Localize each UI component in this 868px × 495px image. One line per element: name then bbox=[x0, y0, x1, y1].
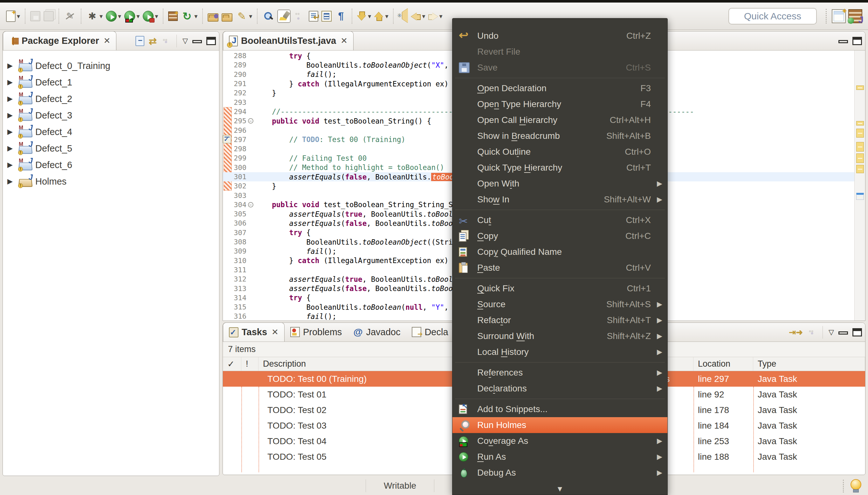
occurrence-marker[interactable] bbox=[856, 193, 864, 200]
expand-arrow-icon[interactable]: ▶ bbox=[7, 111, 16, 119]
view-menu-icon[interactable]: ▽ bbox=[829, 328, 834, 337]
close-icon[interactable]: ✕ bbox=[103, 36, 110, 46]
expand-arrow-icon[interactable]: ▶ bbox=[7, 128, 16, 136]
column-completed[interactable]: ✓ bbox=[223, 357, 241, 371]
menu-item-coverage-as[interactable]: Coverage As▶ bbox=[452, 433, 667, 449]
filter-icon[interactable]: ⇥➜ bbox=[789, 328, 803, 337]
expand-arrow-icon[interactable]: ▶ bbox=[7, 161, 16, 169]
search-icon[interactable] bbox=[261, 8, 276, 24]
new-wizard-icon[interactable]: ▾ bbox=[4, 8, 22, 24]
dropdown-arrow-icon[interactable]: ▾ bbox=[118, 12, 121, 20]
menu-item-source[interactable]: SourceShift+Alt+S▶ bbox=[452, 296, 667, 312]
tree-item-Holmes[interactable]: ▶J!Holmes bbox=[3, 173, 219, 190]
menu-item-show-in-breadcrumb[interactable]: Show in BreadcrumbShift+Alt+B bbox=[452, 128, 667, 144]
minimize-icon[interactable] bbox=[838, 40, 848, 43]
next-edit-icon[interactable] bbox=[307, 9, 320, 23]
close-icon[interactable]: ✕ bbox=[271, 327, 279, 337]
menu-item-refactor[interactable]: RefactorShift+Alt+T▶ bbox=[452, 312, 667, 328]
menu-item-surround-with[interactable]: Surround WithShift+Alt+Z▶ bbox=[452, 328, 667, 344]
expand-arrow-icon[interactable]: ▶ bbox=[7, 177, 16, 186]
menu-item-save[interactable]: SaveCtrl+S bbox=[452, 60, 667, 75]
view-menu-icon[interactable]: ▽ bbox=[183, 37, 188, 45]
back-icon[interactable]: ▾ bbox=[410, 9, 427, 23]
quick-access-input[interactable]: Quick Access bbox=[729, 8, 817, 24]
column-location[interactable]: Location bbox=[694, 357, 753, 371]
dropdown-arrow-icon[interactable]: ▾ bbox=[368, 12, 371, 20]
dropdown-arrow-icon[interactable]: ▾ bbox=[155, 12, 158, 20]
column-type[interactable]: Type bbox=[753, 357, 865, 371]
last-edit-location-icon[interactable] bbox=[397, 9, 410, 23]
tab-javadoc[interactable]: @Javadoc bbox=[348, 323, 406, 342]
java-perspective-icon[interactable] bbox=[848, 9, 862, 23]
menu-item-run-as[interactable]: Run As▶ bbox=[452, 449, 667, 465]
show-whitespace-icon[interactable]: ¶ bbox=[333, 8, 349, 24]
expand-arrow-icon[interactable]: ▶ bbox=[7, 144, 16, 153]
prev-annotation-icon[interactable]: ▾ bbox=[373, 9, 390, 23]
task-ruler-marker[interactable] bbox=[856, 121, 864, 125]
menu-item-paste[interactable]: PasteCtrl+V bbox=[452, 260, 667, 276]
save-all-icon[interactable] bbox=[42, 9, 55, 23]
dropdown-arrow-icon[interactable]: ▾ bbox=[194, 12, 198, 20]
menu-item-references[interactable]: References▶ bbox=[452, 365, 667, 381]
task-ruler-marker[interactable] bbox=[856, 129, 864, 138]
open-resource-icon[interactable] bbox=[220, 9, 234, 23]
tab-editor-file[interactable]: BooleanUtilsTest.java ✕ bbox=[223, 31, 353, 50]
menu-item-open-with[interactable]: Open With▶ bbox=[452, 176, 667, 192]
task-ruler-marker[interactable] bbox=[856, 153, 864, 163]
tree-item-Defect_6[interactable]: ▶MJ!Defect_6 bbox=[3, 157, 219, 173]
search-pencil-icon[interactable]: ✎▾ bbox=[234, 8, 254, 24]
task-ruler-marker[interactable] bbox=[856, 85, 864, 90]
menu-item-open-call-hierarchy[interactable]: Open Call HierarchyCtrl+Alt+H bbox=[452, 112, 667, 128]
menu-item-copy[interactable]: CopyCtrl+C bbox=[452, 228, 667, 244]
open-type-icon[interactable] bbox=[206, 9, 220, 23]
menu-item-show-in[interactable]: Show InShift+Alt+W▶ bbox=[452, 192, 667, 207]
tab-package-explorer[interactable]: Package Explorer ✕ bbox=[3, 31, 116, 50]
run-icon[interactable]: ▾ bbox=[104, 9, 123, 23]
focus-icon[interactable] bbox=[807, 328, 817, 337]
overview-ruler[interactable] bbox=[854, 51, 865, 321]
annotation-prefs-icon[interactable] bbox=[292, 8, 307, 24]
menu-item-local-history[interactable]: Local History▶ bbox=[452, 344, 667, 360]
task-marker-icon[interactable] bbox=[223, 135, 231, 143]
minimize-icon[interactable] bbox=[838, 331, 848, 335]
menu-scroll-down-icon[interactable]: ▼ bbox=[452, 484, 667, 493]
coverage-icon[interactable]: ▾ bbox=[123, 9, 141, 23]
dropdown-arrow-icon[interactable]: ▾ bbox=[136, 12, 139, 20]
menu-item-quick-type-hierarchy[interactable]: Quick Type HierarchyCtrl+T bbox=[452, 160, 667, 176]
pen-slash-icon[interactable]: ✎ bbox=[62, 8, 78, 24]
next-annotation-icon[interactable]: ▾ bbox=[355, 9, 373, 23]
expand-arrow-icon[interactable]: ▶ bbox=[7, 95, 16, 103]
expand-arrow-icon[interactable]: ▶ bbox=[7, 62, 16, 70]
tab-problems[interactable]: Problems bbox=[285, 323, 348, 342]
dropdown-arrow-icon[interactable]: ▾ bbox=[100, 12, 103, 20]
task-list-icon[interactable] bbox=[320, 9, 333, 23]
maximize-icon[interactable] bbox=[852, 37, 862, 45]
menu-item-declarations[interactable]: Declarations▶ bbox=[452, 381, 667, 396]
menu-item-add-to-snippets[interactable]: Add to Snippets... bbox=[452, 401, 667, 417]
menu-item-debug-as[interactable]: Debug As▶ bbox=[452, 465, 667, 481]
new-java-project-icon[interactable] bbox=[167, 10, 179, 23]
tree-item-Defect_0_Training[interactable]: ▶MJ!Defect_0_Training bbox=[3, 57, 219, 74]
fold-collapse-icon[interactable]: − bbox=[248, 118, 253, 124]
menu-item-quick-fix[interactable]: Quick FixCtrl+1 bbox=[452, 280, 667, 296]
expand-arrow-icon[interactable]: ▶ bbox=[7, 78, 16, 86]
run-external-icon[interactable]: ▾ bbox=[141, 9, 160, 23]
tree-item-Defect_2[interactable]: ▶MJ!Defect_2 bbox=[3, 90, 219, 107]
menu-item-run-holmes[interactable]: Run Holmes bbox=[452, 417, 667, 433]
collapse-all-icon[interactable] bbox=[135, 36, 144, 46]
dropdown-arrow-icon[interactable]: ▾ bbox=[17, 12, 20, 20]
tree-item-Defect_3[interactable]: ▶MJ!Defect_3 bbox=[3, 107, 219, 124]
tree-item-Defect_1[interactable]: ▶MJ!Defect_1 bbox=[3, 74, 219, 90]
tab-tasks[interactable]: Tasks✕ bbox=[223, 323, 285, 342]
menu-item-revert-file[interactable]: Revert File bbox=[452, 44, 667, 60]
menu-item-quick-outline[interactable]: Quick OutlineCtrl+O bbox=[452, 144, 667, 160]
tree-item-Defect_4[interactable]: ▶MJ!Defect_4 bbox=[3, 124, 219, 140]
dropdown-arrow-icon[interactable]: ▾ bbox=[422, 12, 425, 20]
minimize-icon[interactable] bbox=[193, 40, 202, 43]
dropdown-arrow-icon[interactable]: ▾ bbox=[439, 12, 442, 20]
menu-item-open-type-hierarchy[interactable]: Open Type HierarchyF4 bbox=[452, 96, 667, 112]
menu-item-open-declaration[interactable]: Open DeclarationF3 bbox=[452, 80, 667, 96]
tab-decla[interactable]: Decla bbox=[406, 323, 454, 342]
column-priority[interactable]: ! bbox=[241, 357, 258, 371]
dropdown-arrow-icon[interactable]: ▾ bbox=[385, 12, 388, 20]
